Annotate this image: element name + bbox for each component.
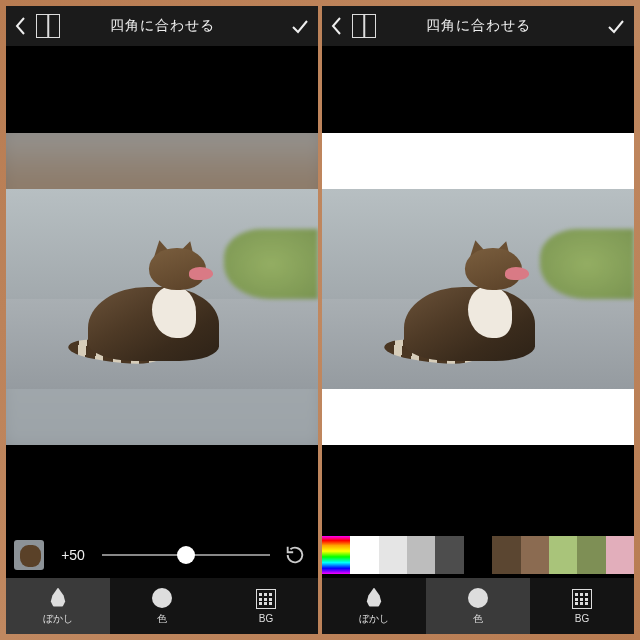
thumbnail-preview[interactable] xyxy=(14,540,44,570)
confirm-button[interactable] xyxy=(282,16,318,36)
tool-blur[interactable]: ぼかし xyxy=(6,578,110,634)
tool-bar: ぼかし 色 BG xyxy=(6,578,318,634)
tool-label: ぼかし xyxy=(43,612,73,626)
blur-icon xyxy=(47,587,69,609)
back-button[interactable] xyxy=(322,16,352,36)
tool-blur[interactable]: ぼかし xyxy=(322,578,426,634)
tool-label: 色 xyxy=(157,612,167,626)
editor-screen-blur: 四角に合わせる xyxy=(6,6,318,634)
tool-label: BG xyxy=(259,613,273,624)
aspect-ratio-button[interactable] xyxy=(352,14,376,38)
aspect-ratio-button[interactable] xyxy=(36,14,60,38)
confirm-button[interactable] xyxy=(598,16,634,36)
swatch-black[interactable] xyxy=(464,536,492,574)
back-button[interactable] xyxy=(6,16,36,36)
tool-color[interactable]: 色 xyxy=(110,578,214,634)
tool-bg[interactable]: BG xyxy=(214,578,318,634)
tool-label: 色 xyxy=(473,612,483,626)
slider-value: +50 xyxy=(54,547,92,563)
blur-icon xyxy=(363,587,385,609)
tool-label: BG xyxy=(575,613,589,624)
editor-screen-color: 四角に合わせる xyxy=(322,6,634,634)
tool-bg[interactable]: BG xyxy=(530,578,634,634)
blur-slider[interactable] xyxy=(102,545,270,565)
photo-content xyxy=(6,189,318,389)
swatch-brown[interactable] xyxy=(521,536,549,574)
swatch-color-picker[interactable] xyxy=(322,536,350,574)
swatch-green-light[interactable] xyxy=(549,536,577,574)
color-icon xyxy=(151,587,173,609)
preview-canvas[interactable] xyxy=(322,46,634,532)
swatch-dark-gray[interactable] xyxy=(435,536,463,574)
color-icon xyxy=(467,587,489,609)
tool-bar: ぼかし 色 BG xyxy=(322,578,634,634)
top-bar: 四角に合わせる xyxy=(322,6,634,46)
reset-button[interactable] xyxy=(280,540,310,570)
swatch-white[interactable] xyxy=(350,536,378,574)
color-swatch-row xyxy=(322,532,634,578)
tool-color[interactable]: 色 xyxy=(426,578,530,634)
tool-label: ぼかし xyxy=(359,612,389,626)
top-bar: 四角に合わせる xyxy=(6,6,318,46)
bg-icon xyxy=(255,588,277,610)
photo-content xyxy=(322,189,634,389)
preview-canvas[interactable] xyxy=(6,46,318,532)
swatch-olive[interactable] xyxy=(577,536,605,574)
blur-slider-row: +50 xyxy=(6,532,318,578)
swatch-brown-dark[interactable] xyxy=(492,536,520,574)
bg-icon xyxy=(571,588,593,610)
swatch-pink[interactable] xyxy=(606,536,634,574)
swatch-light-gray-1[interactable] xyxy=(379,536,407,574)
swatch-light-gray-2[interactable] xyxy=(407,536,435,574)
